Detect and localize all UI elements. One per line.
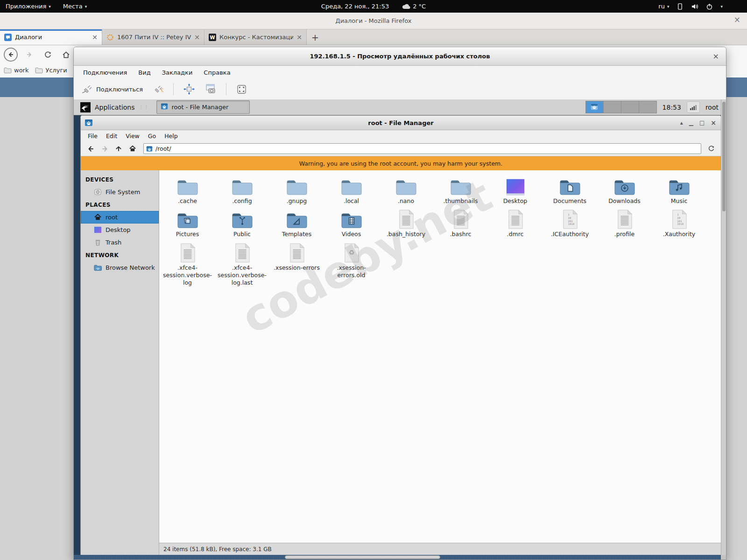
file-item[interactable]: ♻ .xsession-errors.old [324, 242, 379, 287]
file-item[interactable]: 1101011010 .ICEauthority [543, 208, 597, 238]
workspace-1[interactable] [586, 101, 604, 113]
menu-item[interactable]: Go [144, 131, 160, 141]
xfce-applications-menu[interactable]: Applications [95, 104, 135, 111]
bfolder-icon [35, 67, 43, 73]
workspace-4[interactable] [639, 101, 656, 113]
file-item[interactable]: .xfce4-session.verbose-log.last [215, 242, 269, 287]
bookmark-folder[interactable]: work [4, 67, 28, 74]
workspace-switcher[interactable] [585, 101, 657, 113]
file-item[interactable]: .dmrc [488, 208, 543, 238]
file-item[interactable]: .config [215, 175, 269, 205]
file-manager-titlebar[interactable]: root - File Manager ▴ ▁ □ × [81, 116, 721, 130]
file-item[interactable]: Templates [269, 208, 324, 238]
reload-button[interactable] [705, 143, 717, 154]
tab-close-button[interactable]: ✕ [92, 34, 98, 41]
sidebar-item[interactable]: Desktop [81, 224, 159, 236]
horizontal-scrollbar-thumb[interactable] [285, 555, 440, 559]
sidebar-item[interactable]: File System [81, 186, 159, 198]
sidebar-item[interactable]: Trash [81, 236, 159, 249]
vinagre-titlebar[interactable]: 192.168.1.5 - Просмотр удалённых рабочих… [74, 47, 726, 66]
w-icon: W [209, 34, 216, 41]
network-signal-icon[interactable] [687, 101, 700, 113]
new-tab-button[interactable]: + [307, 29, 324, 45]
forward-button[interactable] [23, 48, 36, 61]
file-item[interactable]: .bash_history [379, 208, 433, 238]
horizontal-scrollbar[interactable] [74, 555, 721, 560]
menu-item[interactable]: Вид [133, 67, 156, 78]
file-item[interactable]: 1101011010 .Xauthority [652, 208, 706, 238]
disconnect-button[interactable] [150, 82, 167, 96]
volume-icon[interactable] [691, 3, 698, 10]
window-close-button[interactable]: × [713, 52, 719, 61]
file-item[interactable]: .nano [379, 175, 433, 205]
menu-item[interactable]: Подключения [78, 67, 133, 78]
file-item[interactable]: Public [215, 208, 269, 238]
weather-widget[interactable]: 2 °C [402, 3, 426, 10]
file-item[interactable]: .profile [597, 208, 652, 238]
shade-button[interactable]: ▴ [680, 119, 683, 126]
close-button[interactable]: × [711, 119, 716, 126]
path-bar[interactable]: /root/ [143, 143, 701, 154]
file-item[interactable]: .thumbnails [433, 175, 488, 205]
sidebar-item[interactable]: DEVICES [81, 173, 159, 186]
window-close-button[interactable]: × [734, 16, 740, 24]
menu-item[interactable]: Help [160, 131, 182, 141]
sidebar-item[interactable]: NETWORK [81, 249, 159, 261]
file-item[interactable]: Documents [543, 175, 597, 205]
tablet-icon[interactable] [677, 3, 684, 10]
back-button[interactable] [85, 143, 97, 154]
tab-close-button[interactable]: ✕ [194, 34, 200, 41]
firefox-titlebar[interactable]: Диалоги - Mozilla Firefox × [0, 13, 747, 29]
language-indicator[interactable]: ru ▾ [658, 3, 669, 10]
menu-item[interactable]: Закладки [156, 67, 198, 78]
file-item[interactable]: .bashrc [433, 208, 488, 238]
home-button[interactable] [59, 48, 72, 61]
vertical-scrollbar[interactable] [721, 99, 726, 555]
sidebar-item[interactable]: root [81, 211, 159, 224]
menu-item[interactable]: View [121, 131, 144, 141]
panel-username[interactable]: root [705, 104, 719, 111]
bookmark-folder[interactable]: Услуги [35, 67, 67, 74]
connect-button[interactable]: Подключиться [78, 82, 146, 96]
file-item[interactable]: Downloads [597, 175, 652, 205]
chevron-down-icon[interactable]: ▾ [720, 4, 723, 9]
vertical-scrollbar-thumb[interactable] [722, 102, 726, 211]
firefox-tab[interactable]: Диалоги ✕ [0, 29, 102, 45]
panel-clock[interactable]: 18:53 [662, 104, 681, 111]
fullscreen-button[interactable] [180, 82, 198, 97]
tab-close-button[interactable]: ✕ [296, 34, 302, 41]
file-view[interactable]: .cache .config [159, 170, 721, 543]
power-icon[interactable] [706, 3, 713, 10]
file-item[interactable]: .local [324, 175, 379, 205]
taskbar-button-file-manager[interactable]: root - File Manager [156, 100, 250, 114]
forward-button[interactable] [99, 143, 111, 154]
expand-button[interactable] [233, 82, 250, 97]
reload-button[interactable] [41, 48, 54, 61]
sidebar-item[interactable]: PLACES [81, 198, 159, 211]
file-item[interactable]: .xfce4-session.verbose-log [160, 242, 215, 287]
up-button[interactable] [113, 143, 125, 154]
maximize-button[interactable]: □ [699, 119, 705, 126]
menu-item[interactable]: Edit [102, 131, 121, 141]
file-item[interactable]: .xsession-errors [269, 242, 324, 287]
workspace-3[interactable] [621, 101, 639, 113]
screenshot-button[interactable] [202, 82, 219, 96]
menu-item[interactable]: Справка [198, 67, 236, 78]
firefox-tab[interactable]: W Конкурс - Кастомизация ✕ [204, 29, 307, 45]
bookmarks-list: work Услуги [4, 67, 67, 74]
clock-label[interactable]: Среда, 22 ноя., 21:53 [321, 3, 389, 10]
file-item[interactable]: Music [652, 175, 706, 205]
workspace-2[interactable] [604, 101, 621, 113]
firefox-tab[interactable]: 1607 Пити IV :: Petey IV ( ✕ [102, 29, 204, 45]
sidebar-item[interactable]: Browse Network [81, 261, 159, 274]
file-item[interactable]: Videos [324, 208, 379, 238]
back-button[interactable] [4, 48, 18, 62]
minimize-button[interactable]: ▁ [689, 119, 693, 126]
file-manager-menubar: File Edit View Go Help [81, 130, 721, 141]
file-item[interactable]: .gnupg [269, 175, 324, 205]
file-item[interactable]: .cache [160, 175, 215, 205]
file-item[interactable]: Desktop [488, 175, 543, 205]
file-item[interactable]: Pictures [160, 208, 215, 238]
menu-item[interactable]: File [84, 131, 102, 141]
home-button[interactable] [127, 143, 139, 154]
